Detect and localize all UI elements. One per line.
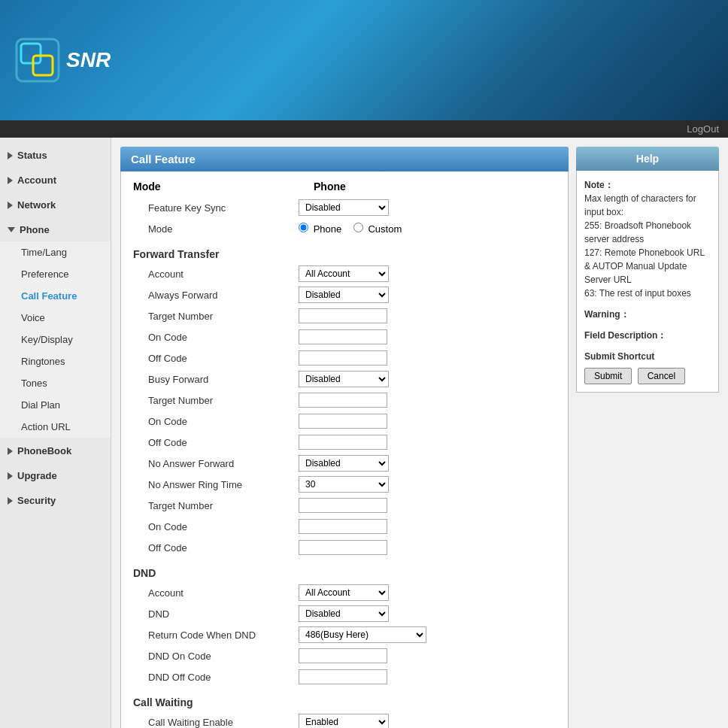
submit-button[interactable]: Submit bbox=[584, 368, 632, 384]
sidebar-child-time-lang[interactable]: Time/Lang bbox=[0, 241, 111, 263]
return-code-dnd-select[interactable]: 486(Busy Here) 480(Temporarily Not Avail… bbox=[299, 626, 426, 643]
sidebar-label-phonebook: PhoneBook bbox=[17, 445, 71, 457]
no-answer-forward-control: Disabled Enabled bbox=[299, 455, 556, 472]
sidebar-item-account[interactable]: Account bbox=[0, 168, 111, 192]
noanswer-target-control bbox=[299, 498, 556, 513]
custom-radio-label[interactable]: Custom bbox=[353, 223, 402, 235]
phone-radio-label[interactable]: Phone bbox=[299, 223, 344, 235]
custom-radio[interactable] bbox=[353, 223, 363, 232]
busy-forward-control: Disabled Enabled bbox=[299, 371, 556, 387]
no-answer-ring-time-select[interactable]: 30 15 20 25 35 bbox=[299, 476, 389, 493]
sidebar-item-status[interactable]: Status bbox=[0, 144, 111, 167]
dnd-account-select[interactable]: All Account Account 1 Account 2 bbox=[299, 584, 389, 601]
noanswer-off-code-input[interactable] bbox=[299, 540, 387, 555]
noanswer-target-input[interactable] bbox=[299, 498, 387, 513]
sidebar-child-key-display[interactable]: Key/Display bbox=[0, 329, 111, 350]
forward-account-select[interactable]: All Account Account 1 Account 2 bbox=[299, 265, 389, 282]
panel-body: Mode Phone Feature Key Sync Disabled Ena… bbox=[120, 171, 569, 728]
forward-account-control: All Account Account 1 Account 2 bbox=[299, 265, 556, 282]
sidebar-section-status: Status bbox=[0, 144, 111, 167]
no-answer-forward-label: No Answer Forward bbox=[133, 458, 299, 469]
dnd-account-row: Account All Account Account 1 Account 2 bbox=[133, 584, 556, 602]
busy-off-code-label: Off Code bbox=[133, 437, 299, 448]
no-answer-ring-time-label: No Answer Ring Time bbox=[133, 479, 299, 490]
submit-shortcut-section: Submit Shortcut Submit Cancel bbox=[584, 350, 711, 384]
content-area: Call Feature Mode Phone Feature Key Sync… bbox=[111, 138, 728, 728]
sidebar-label-upgrade: Upgrade bbox=[17, 470, 57, 481]
triangle-icon-network bbox=[8, 202, 13, 209]
phone-radio[interactable] bbox=[299, 223, 308, 232]
busy-target-input[interactable] bbox=[299, 393, 387, 408]
mode-radio-control: Phone Custom bbox=[299, 223, 556, 235]
busy-off-code-row: Off Code bbox=[133, 433, 556, 451]
submit-shortcut-title: Submit Shortcut bbox=[584, 350, 711, 363]
triangle-icon-phone bbox=[8, 227, 15, 232]
sidebar-child-ringtones[interactable]: Ringtones bbox=[0, 350, 111, 372]
sidebar-child-action-url[interactable]: Action URL bbox=[0, 416, 111, 438]
dnd-account-control: All Account Account 1 Account 2 bbox=[299, 584, 556, 601]
always-forward-select[interactable]: Disabled Enabled bbox=[299, 287, 389, 303]
logo-icon bbox=[15, 38, 60, 83]
always-on-code-input[interactable] bbox=[299, 329, 387, 344]
noanswer-on-code-input[interactable] bbox=[299, 519, 387, 534]
always-off-code-input[interactable] bbox=[299, 350, 387, 366]
always-on-code-control bbox=[299, 329, 556, 344]
call-waiting-enable-control: Enabled Disabled bbox=[299, 714, 556, 728]
sidebar-item-phonebook[interactable]: PhoneBook bbox=[0, 439, 111, 463]
sidebar-section-account: Account bbox=[0, 168, 111, 192]
no-answer-forward-row: No Answer Forward Disabled Enabled bbox=[133, 454, 556, 472]
always-target-label: Target Number bbox=[133, 311, 299, 322]
logout-bar: LogOut bbox=[0, 120, 728, 138]
call-waiting-section-title: Call Waiting bbox=[133, 693, 556, 708]
feature-key-sync-select[interactable]: Disabled Enabled bbox=[299, 199, 389, 216]
return-code-dnd-label: Return Code When DND bbox=[133, 629, 299, 641]
always-forward-row: Always Forward Disabled Enabled bbox=[133, 286, 556, 304]
triangle-icon-security bbox=[8, 497, 13, 505]
sidebar-child-tones[interactable]: Tones bbox=[0, 372, 111, 394]
call-waiting-enable-select[interactable]: Enabled Disabled bbox=[299, 714, 389, 728]
sidebar-item-upgrade[interactable]: Upgrade bbox=[0, 464, 111, 487]
panel-title: Call Feature bbox=[120, 147, 569, 171]
sidebar-child-dial-plan[interactable]: Dial Plan bbox=[0, 394, 111, 416]
always-on-code-row: On Code bbox=[133, 328, 556, 346]
sidebar-child-preference[interactable]: Preference bbox=[0, 263, 111, 285]
busy-target-row: Target Number bbox=[133, 391, 556, 409]
no-answer-forward-select[interactable]: Disabled Enabled bbox=[299, 455, 389, 472]
always-target-input[interactable] bbox=[299, 308, 387, 323]
svg-rect-2 bbox=[33, 56, 53, 75]
busy-on-code-row: On Code bbox=[133, 412, 556, 430]
triangle-icon-upgrade bbox=[8, 472, 13, 480]
always-target-control bbox=[299, 308, 556, 323]
help-field-description-section: Field Description： bbox=[584, 329, 711, 342]
no-answer-ring-time-row: No Answer Ring Time 30 15 20 25 35 bbox=[133, 475, 556, 493]
logout-link[interactable]: LogOut bbox=[687, 123, 719, 135]
dnd-select[interactable]: Disabled Enabled bbox=[299, 605, 389, 622]
always-forward-label: Always Forward bbox=[133, 290, 299, 301]
logo-text: SNR bbox=[66, 48, 111, 72]
help-note-text: Max length of characters for input box:2… bbox=[584, 193, 705, 299]
help-body: Note： Max length of characters for input… bbox=[576, 171, 719, 393]
help-note-section: Note： Max length of characters for input… bbox=[584, 178, 711, 300]
sidebar-item-security[interactable]: Security bbox=[0, 489, 111, 512]
busy-target-label: Target Number bbox=[133, 395, 299, 406]
noanswer-on-code-label: On Code bbox=[133, 521, 299, 532]
dnd-off-code-input[interactable] bbox=[299, 669, 387, 684]
sidebar-child-call-feature[interactable]: Call Feature bbox=[0, 285, 111, 307]
busy-on-code-label: On Code bbox=[133, 416, 299, 427]
busy-off-code-input[interactable] bbox=[299, 435, 387, 450]
sidebar-section-phone: Phone Time/Lang Preference Call Feature … bbox=[0, 218, 111, 438]
noanswer-off-code-row: Off Code bbox=[133, 538, 556, 557]
busy-forward-select[interactable]: Disabled Enabled bbox=[299, 371, 389, 387]
sidebar-item-network[interactable]: Network bbox=[0, 193, 111, 217]
sidebar-child-voice[interactable]: Voice bbox=[0, 307, 111, 329]
dnd-control: Disabled Enabled bbox=[299, 605, 556, 622]
sidebar-item-phone[interactable]: Phone bbox=[0, 218, 111, 241]
always-off-code-label: Off Code bbox=[133, 353, 299, 364]
cancel-button[interactable]: Cancel bbox=[638, 368, 685, 384]
dnd-section-title: DND bbox=[133, 564, 556, 579]
dnd-on-code-input[interactable] bbox=[299, 648, 387, 663]
busy-on-code-input[interactable] bbox=[299, 414, 387, 429]
dnd-row: DND Disabled Enabled bbox=[133, 605, 556, 623]
mode-radio-row: Mode Phone Custom bbox=[133, 220, 556, 238]
svg-rect-1 bbox=[21, 44, 41, 63]
